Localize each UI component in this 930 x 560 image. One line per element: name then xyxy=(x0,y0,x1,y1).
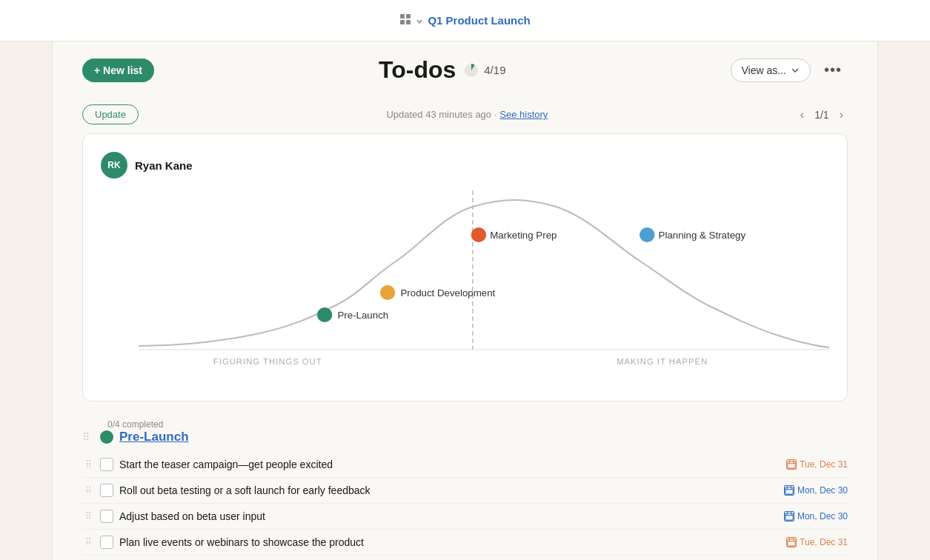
project-name: Q1 Product Launch xyxy=(428,14,530,27)
svg-rect-0 xyxy=(400,14,405,19)
next-page-button[interactable]: › xyxy=(835,107,848,123)
task-date-1: Mon, Dec 30 xyxy=(784,485,848,496)
svg-rect-3 xyxy=(406,20,411,24)
task-date-3: Tue, Dec 31 xyxy=(786,537,848,547)
task-row: ⠿ Start the teaser campaign—get people e… xyxy=(82,452,848,478)
main-area: + New list To-dos 4/19 View as... ••• xyxy=(52,41,878,560)
task-date-2: Mon, Dec 30 xyxy=(784,511,848,521)
section-drag-handle[interactable]: ⠿ xyxy=(82,431,94,443)
task-date-text-1: Mon, Dec 30 xyxy=(797,485,848,496)
svg-rect-21 xyxy=(785,513,793,520)
task-drag-handle-2[interactable]: ⠿ xyxy=(82,511,94,521)
project-title-bar[interactable]: Q1 Product Launch xyxy=(399,13,531,27)
task-checkbox-1[interactable] xyxy=(100,484,113,497)
task-label-0: Start the teaser campaign—get people exc… xyxy=(119,459,780,470)
svg-rect-2 xyxy=(400,20,405,24)
update-info: Updated 43 minutes ago · See history xyxy=(386,109,548,120)
svg-rect-13 xyxy=(788,461,795,468)
task-date-text-2: Mon, Dec 30 xyxy=(797,511,848,521)
planning-strategy-dot xyxy=(640,227,654,242)
task-checkbox-2[interactable] xyxy=(100,510,113,523)
task-label-1: Roll out beta testing or a soft launch f… xyxy=(119,484,778,496)
svg-text:Pre-Launch: Pre-Launch xyxy=(337,310,388,321)
section-title[interactable]: Pre-Launch xyxy=(119,430,189,444)
username: Ryan Kane xyxy=(135,159,193,172)
update-button[interactable]: Update xyxy=(82,104,139,124)
update-bar: Update Updated 43 minutes ago · See hist… xyxy=(53,99,877,133)
pre-launch-dot xyxy=(317,307,332,322)
task-drag-handle-0[interactable]: ⠿ xyxy=(82,459,94,470)
chart-card: RK Ryan Kane Pre-Launch Product Developm… xyxy=(82,133,848,401)
task-list: ⠿ Start the teaser campaign—get people e… xyxy=(82,452,848,556)
tasks-section: 0/4 completed ⠿ Pre-Launch ⠿ Start the t… xyxy=(82,419,848,556)
page-title: To-dos xyxy=(379,56,456,84)
task-drag-handle-1[interactable]: ⠿ xyxy=(82,485,94,496)
progress-badge: 4/19 xyxy=(463,62,505,79)
top-bar: Q1 Product Launch xyxy=(0,0,930,41)
header-actions: View as... ••• xyxy=(731,59,848,82)
section-title-row: ⠿ Pre-Launch xyxy=(82,430,848,444)
svg-rect-25 xyxy=(788,539,795,546)
view-as-button[interactable]: View as... xyxy=(731,59,811,82)
svg-text:Planning & Strategy: Planning & Strategy xyxy=(659,230,746,241)
more-options-button[interactable]: ••• xyxy=(818,59,848,81)
section-dot xyxy=(100,430,113,444)
task-row: ⠿ Adjust based on beta user input Mon, D… xyxy=(82,504,848,530)
task-date-text-0: Tue, Dec 31 xyxy=(800,459,848,470)
see-history-link[interactable]: See history xyxy=(499,109,548,120)
svg-text:Product Development: Product Development xyxy=(400,287,495,299)
chart-container: Pre-Launch Product Development Marketing… xyxy=(101,190,829,383)
calendar-icon-0 xyxy=(786,459,797,470)
prev-page-button[interactable]: ‹ xyxy=(796,107,808,123)
svg-rect-1 xyxy=(406,14,411,19)
chart-user: RK Ryan Kane xyxy=(101,152,829,179)
task-date-text-3: Tue, Dec 31 xyxy=(800,537,848,547)
calendar-icon-3 xyxy=(786,537,797,547)
progress-pie-icon xyxy=(463,62,479,79)
product-development-dot xyxy=(380,285,395,300)
chevron-down-icon xyxy=(791,66,800,75)
avatar: RK xyxy=(101,152,127,179)
task-label-2: Adjust based on beta user input xyxy=(119,510,778,522)
title-area: To-dos 4/19 xyxy=(379,56,505,84)
svg-text:Marketing Prep: Marketing Prep xyxy=(490,230,557,241)
bell-curve-chart: Pre-Launch Product Development Marketing… xyxy=(101,190,829,368)
grid-icon xyxy=(399,13,423,27)
marketing-prep-dot xyxy=(471,227,486,242)
svg-text:MAKING IT HAPPEN: MAKING IT HAPPEN xyxy=(617,357,708,366)
calendar-icon-2 xyxy=(784,511,794,521)
task-row: ⠿ Plan live events or webinars to showca… xyxy=(82,530,848,556)
task-drag-handle-3[interactable]: ⠿ xyxy=(82,537,94,547)
svg-rect-17 xyxy=(785,487,793,494)
task-label-3: Plan live events or webinars to showcase… xyxy=(119,536,780,548)
task-checkbox-3[interactable] xyxy=(100,536,113,549)
task-row: ⠿ Roll out beta testing or a soft launch… xyxy=(82,478,848,504)
calendar-icon-1 xyxy=(784,485,794,496)
task-checkbox-0[interactable] xyxy=(100,458,113,471)
new-list-button[interactable]: + New list xyxy=(82,59,154,82)
pagination: ‹ 1/1 › xyxy=(796,107,848,123)
progress-fraction: 4/19 xyxy=(484,64,505,76)
completed-count: 0/4 completed xyxy=(107,419,848,430)
header-row: + New list To-dos 4/19 View as... ••• xyxy=(53,41,877,99)
task-date-0: Tue, Dec 31 xyxy=(786,459,848,470)
svg-text:FIGURING THINGS OUT: FIGURING THINGS OUT xyxy=(213,357,322,366)
